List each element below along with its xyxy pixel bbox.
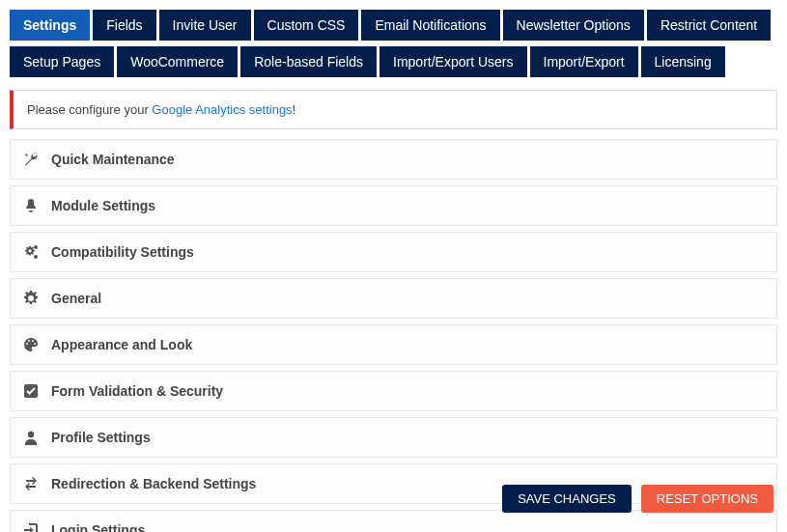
- save-button[interactable]: SAVE CHANGES: [502, 485, 632, 513]
- tab-newsletter-options[interactable]: Newsletter Options: [503, 10, 644, 41]
- tab-licensing[interactable]: Licensing: [641, 46, 725, 77]
- gear-icon: [22, 290, 40, 307]
- tab-fields[interactable]: Fields: [93, 10, 155, 41]
- google-analytics-link[interactable]: Google Analytics settings: [152, 102, 292, 117]
- section-form-validation-security[interactable]: Form Validation & Security: [10, 371, 777, 411]
- section-profile-settings[interactable]: Profile Settings: [10, 417, 777, 458]
- tab-invite-user[interactable]: Invite User: [159, 10, 251, 41]
- tab-custom-css[interactable]: Custom CSS: [254, 10, 359, 41]
- section-label: Redirection & Backend Settings: [51, 476, 256, 491]
- tab-settings[interactable]: Settings: [10, 10, 90, 41]
- svg-point-1: [34, 255, 38, 259]
- section-login-settings[interactable]: Login Settings: [10, 510, 777, 532]
- section-compatibility-settings[interactable]: Compatibility Settings: [10, 232, 777, 272]
- section-label: Module Settings: [51, 198, 155, 213]
- tab-import-export[interactable]: Import/Export: [530, 46, 638, 77]
- settings-sections: Quick MaintenanceModule SettingsCompatib…: [0, 139, 787, 532]
- section-label: Login Settings: [51, 522, 145, 532]
- svg-point-3: [28, 432, 34, 437]
- cogs-icon: [22, 243, 40, 261]
- tab-email-notifications[interactable]: Email Notifications: [361, 10, 499, 41]
- config-notice: Please configure your Google Analytics s…: [10, 90, 777, 129]
- tab-restrict-content[interactable]: Restrict Content: [647, 10, 771, 41]
- user-icon: [22, 429, 40, 446]
- section-label: Form Validation & Security: [51, 383, 223, 399]
- section-label: Quick Maintenance: [51, 152, 175, 167]
- redirect-icon: [22, 475, 40, 492]
- tab-import-export-users[interactable]: Import/Export Users: [379, 46, 526, 77]
- section-module-settings[interactable]: Module Settings: [10, 185, 777, 226]
- section-label: Compatibility Settings: [51, 244, 194, 260]
- section-quick-maintenance[interactable]: Quick Maintenance: [10, 139, 777, 180]
- bell-icon: [22, 197, 40, 214]
- palette-icon: [22, 336, 40, 353]
- section-appearance-and-look[interactable]: Appearance and Look: [10, 324, 777, 365]
- section-label: Profile Settings: [51, 430, 151, 445]
- notice-prefix: Please configure your: [27, 102, 152, 117]
- notice-suffix: !: [293, 102, 296, 117]
- login-icon: [22, 521, 40, 532]
- svg-point-0: [34, 245, 38, 249]
- section-label: General: [51, 291, 101, 306]
- footer-actions: SAVE CHANGES RESET OPTIONS: [502, 485, 773, 513]
- tab-role-based-fields[interactable]: Role-based Fields: [240, 46, 377, 77]
- tab-bar: SettingsFieldsInvite UserCustom CSSEmail…: [0, 0, 787, 80]
- reset-button[interactable]: RESET OPTIONS: [641, 485, 773, 513]
- check-square-icon: [22, 382, 40, 400]
- tab-woocommerce[interactable]: WooCommerce: [117, 46, 238, 77]
- tab-setup-pages[interactable]: Setup Pages: [10, 46, 114, 77]
- wrench-icon: [22, 151, 40, 168]
- section-general[interactable]: General: [10, 278, 777, 319]
- section-label: Appearance and Look: [51, 337, 192, 352]
